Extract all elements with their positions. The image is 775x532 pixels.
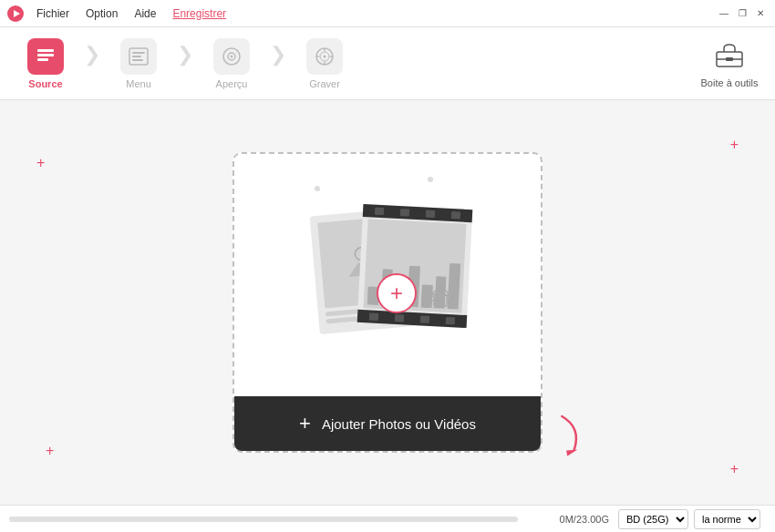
boite-icon (715, 39, 744, 74)
svg-rect-6 (132, 52, 145, 54)
add-media-icon[interactable]: + (377, 273, 417, 313)
illustration: + (305, 198, 470, 353)
film-hole-8 (446, 317, 455, 325)
film-hole-5 (369, 312, 378, 321)
film-hole-2 (400, 209, 409, 217)
close-button[interactable]: ✕ (753, 6, 768, 21)
apercu-icon (213, 38, 250, 75)
plus-deco-br: + (730, 461, 739, 477)
toolbar-source[interactable]: Source (9, 32, 82, 96)
plus-deco-bl: + (46, 443, 54, 459)
source-icon (27, 38, 64, 75)
svg-marker-20 (431, 285, 450, 295)
svg-point-14 (324, 55, 326, 57)
apercu-label: Aperçu (216, 78, 248, 89)
boite-outils-button[interactable]: Boite à outils (693, 39, 766, 88)
source-label: Source (28, 78, 62, 89)
film-hole-3 (426, 210, 435, 219)
title-bar: Fichier Option Aide Enregistrer — ❐ ✕ (0, 0, 775, 27)
menu-option[interactable]: Option (78, 5, 125, 22)
toolbar-apercu[interactable]: Aperçu (195, 32, 268, 96)
svg-point-11 (231, 55, 233, 57)
film-card (357, 204, 473, 328)
svg-rect-2 (37, 49, 54, 52)
minimize-button[interactable]: — (717, 6, 731, 21)
film-hole-7 (420, 315, 429, 323)
svg-rect-7 (132, 56, 141, 57)
toolbar: Source ❯ Menu ❯ Aperçu ❯ (0, 27, 775, 100)
svg-rect-4 (37, 58, 48, 61)
restore-button[interactable]: ❐ (735, 6, 749, 21)
film-hole-4 (451, 211, 460, 220)
menu-bar: Fichier Option Aide Enregistrer (29, 5, 717, 22)
add-button[interactable]: + Ajouter Photos ou Vidéos (234, 396, 541, 451)
toolbar-graver[interactable]: Graver (288, 32, 361, 96)
size-label: 0M/23.00G (527, 514, 609, 525)
svg-rect-22 (437, 298, 444, 305)
arrow-3: ❯ (270, 43, 286, 66)
app-icon (7, 5, 24, 22)
arrow-1: ❯ (84, 43, 100, 66)
progress-bar (9, 517, 518, 522)
menu-aide[interactable]: Aide (127, 5, 163, 22)
svg-rect-3 (37, 54, 54, 56)
graver-icon (306, 38, 343, 75)
drop-zone[interactable]: + + Ajouter Photos ou Vidéos (232, 152, 542, 453)
add-button-plus: + (299, 412, 311, 435)
plus-deco-tr: + (730, 137, 739, 153)
film-hole-1 (375, 208, 384, 216)
norm-select[interactable]: la norme (694, 509, 760, 529)
boite-label: Boite à outils (701, 77, 759, 88)
menu-enregistrer[interactable]: Enregistrer (165, 5, 233, 22)
film-hole-6 (395, 314, 404, 322)
window-controls: — ❐ ✕ (717, 6, 768, 21)
disc-type-select[interactable]: BD (25G) (618, 509, 688, 529)
svg-rect-8 (132, 59, 143, 61)
menu-fichier[interactable]: Fichier (29, 5, 77, 22)
dot-deco-1 (428, 177, 433, 182)
status-bar: 0M/23.00G BD (25G) la norme (0, 505, 775, 532)
menu-tb-icon (120, 38, 157, 75)
drop-zone-art: + (287, 154, 488, 396)
menu-tb-label: Menu (126, 78, 151, 89)
add-button-label: Ajouter Photos ou Vidéos (322, 416, 476, 432)
graver-label: Graver (309, 78, 340, 89)
dot-deco-2 (315, 186, 320, 191)
arrow-2: ❯ (177, 43, 193, 66)
main-content: + + + + (0, 100, 775, 505)
toolbar-menu[interactable]: Menu (102, 32, 175, 96)
arrow-decoration (539, 410, 592, 466)
svg-rect-16 (726, 57, 733, 61)
plus-deco-tl: + (36, 155, 45, 171)
